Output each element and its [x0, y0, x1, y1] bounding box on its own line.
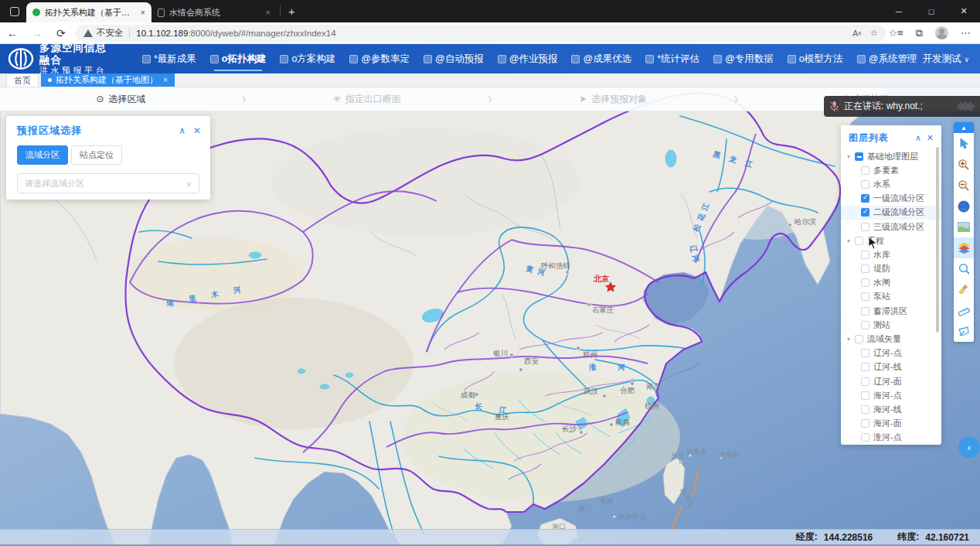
basemap-icon[interactable]	[954, 217, 974, 237]
menu-item-scheme[interactable]: o方案构建	[274, 44, 341, 73]
close-icon[interactable]: ✕	[927, 133, 934, 143]
layer-node[interactable]: 水库	[841, 247, 941, 261]
checkbox[interactable]	[861, 292, 869, 301]
scrollbar-thumb[interactable]	[936, 147, 939, 333]
collapse-icon[interactable]: ∧	[179, 125, 185, 136]
close-button[interactable]: ✕	[948, 0, 980, 22]
layer-node[interactable]: 海河-点	[841, 388, 941, 402]
browser-tab-2[interactable]: 水情会商系统 ×	[151, 2, 277, 22]
zoom-in-icon[interactable]	[954, 154, 974, 175]
layer-node[interactable]: 辽河-点	[841, 346, 941, 360]
clear-brush-icon[interactable]	[954, 279, 974, 300]
layer-node[interactable]: 水闸	[841, 276, 941, 290]
panel-collapse-button[interactable]: ‹	[958, 436, 980, 458]
layer-node[interactable]: 测站	[841, 318, 941, 332]
layer-node[interactable]: 堤防	[841, 262, 941, 276]
pointer-icon[interactable]	[954, 133, 974, 154]
checkbox[interactable]	[861, 180, 869, 189]
tab-actions-icon[interactable]	[5, 3, 25, 20]
checkbox[interactable]	[861, 278, 869, 287]
new-tab-button[interactable]: +	[284, 5, 300, 18]
caret-icon[interactable]: ▾	[847, 153, 855, 160]
minimize-button[interactable]: ─	[883, 0, 915, 22]
tab-home[interactable]: 首页	[6, 73, 39, 87]
caret-icon[interactable]: ▾	[847, 237, 855, 244]
toolbar-collapse-icon[interactable]: ▲	[954, 122, 974, 133]
forward-icon[interactable]: →	[25, 27, 49, 39]
close-icon[interactable]: ✕	[193, 125, 201, 136]
favorites-bar-icon[interactable]: ☆≡	[888, 27, 903, 39]
checkbox[interactable]	[861, 166, 869, 175]
menu-item-result-select[interactable]: @成果优选	[566, 44, 637, 73]
checkbox[interactable]	[861, 419, 869, 428]
layer-node[interactable]: 三级流域分区	[841, 220, 941, 234]
user-menu[interactable]: 开发测试∨	[922, 53, 969, 66]
layer-node-base[interactable]: ▾基础地理图层	[841, 149, 941, 163]
menu-item-system[interactable]: @系统管理	[852, 44, 923, 73]
tab-basin-partition[interactable]: 流域分区	[17, 145, 68, 165]
maximize-button[interactable]: □	[915, 0, 948, 22]
layer-node[interactable]: 多要素	[841, 163, 941, 177]
menu-item-topology[interactable]: o拓扑构建	[205, 44, 272, 73]
checkbox[interactable]	[861, 223, 869, 231]
layer-node[interactable]: 辽河-线	[841, 360, 941, 374]
layer-node[interactable]: 海河-面	[841, 417, 941, 431]
checkbox-checked[interactable]	[861, 194, 869, 203]
step-select-region[interactable]: ⊙选择区域	[0, 93, 242, 106]
globe-icon[interactable]	[954, 196, 974, 217]
zoom-out-icon[interactable]	[954, 175, 974, 196]
step-forecast-object[interactable]: ➤选择预报对象	[492, 93, 734, 106]
collapse-icon[interactable]: ∧	[915, 133, 921, 143]
layer-node[interactable]: 辽河-面	[841, 374, 941, 388]
checkbox[interactable]	[861, 405, 869, 414]
checkbox[interactable]	[861, 349, 869, 357]
menu-item-stats[interactable]: *统计评估	[640, 44, 705, 73]
checkbox[interactable]	[861, 433, 869, 442]
profile-avatar[interactable]	[935, 26, 948, 39]
checkbox[interactable]	[861, 363, 869, 371]
layer-node[interactable]: 蓄滞洪区	[841, 304, 941, 318]
checkbox-checked[interactable]	[861, 208, 869, 217]
tab-topology-map[interactable]: 拓扑关系构建（基于地图） ×	[41, 73, 175, 87]
layer-node[interactable]: 海河-线	[841, 402, 941, 416]
refresh-icon[interactable]: ⟳	[49, 27, 73, 39]
menu-item-latest[interactable]: *最新成果	[137, 44, 202, 73]
tab-station-locate[interactable]: 站点定位	[71, 145, 122, 165]
layer-node[interactable]: 水系	[841, 177, 941, 191]
checkbox[interactable]	[861, 251, 869, 259]
collections-icon[interactable]: ⧉	[916, 27, 923, 39]
identify-search-icon[interactable]	[954, 258, 974, 279]
caret-icon[interactable]: ▾	[847, 336, 855, 343]
checkbox-indeterminate[interactable]	[855, 152, 863, 161]
menu-item-auto-forecast[interactable]: @自动预报	[418, 44, 489, 73]
tab-close-icon[interactable]: ×	[163, 76, 168, 84]
step-outlet-section[interactable]: ✳指定出口断面	[246, 93, 488, 106]
tab-close-icon[interactable]: ×	[266, 8, 271, 17]
checkbox[interactable]	[855, 335, 863, 343]
checkbox[interactable]	[861, 321, 869, 329]
settings-menu-icon[interactable]: ⋯	[961, 27, 971, 39]
checkbox[interactable]	[861, 264, 869, 273]
layer-node[interactable]: 泵站	[841, 290, 941, 304]
menu-item-job-forecast[interactable]: @作业预报	[492, 44, 563, 73]
basin-select[interactable]: 请选择流域分区 ∨	[17, 173, 199, 193]
read-aloud-icon[interactable]: Aᵃ	[852, 29, 861, 38]
menu-item-special-data[interactable]: @专用数据	[708, 44, 779, 73]
url-field[interactable]: 不安全 10.1.102.189 :8000/dyweb/#/manager/z…	[76, 25, 886, 42]
add-favorite-icon[interactable]: ☆	[870, 28, 878, 38]
layer-node-project[interactable]: ▾工程	[841, 234, 941, 247]
checkbox[interactable]	[861, 377, 869, 386]
measure-area-icon[interactable]	[954, 321, 974, 342]
layer-node[interactable]: 二级流域分区	[841, 206, 941, 220]
checkbox[interactable]	[855, 237, 863, 245]
back-icon[interactable]: ←	[0, 27, 25, 39]
checkbox[interactable]	[861, 391, 869, 400]
checkbox[interactable]	[861, 307, 869, 316]
menu-item-model[interactable]: o模型方法	[782, 44, 849, 73]
browser-tab-active[interactable]: 拓扑关系构建（基于地图）- 多 ×	[26, 2, 151, 22]
layer-node[interactable]: 淮河-点	[841, 431, 941, 445]
layer-node[interactable]: 一级流域分区	[841, 192, 941, 206]
tab-close-icon[interactable]: ×	[141, 8, 145, 17]
menu-item-calibration[interactable]: @参数率定	[344, 44, 415, 73]
measure-distance-icon[interactable]	[954, 300, 974, 321]
